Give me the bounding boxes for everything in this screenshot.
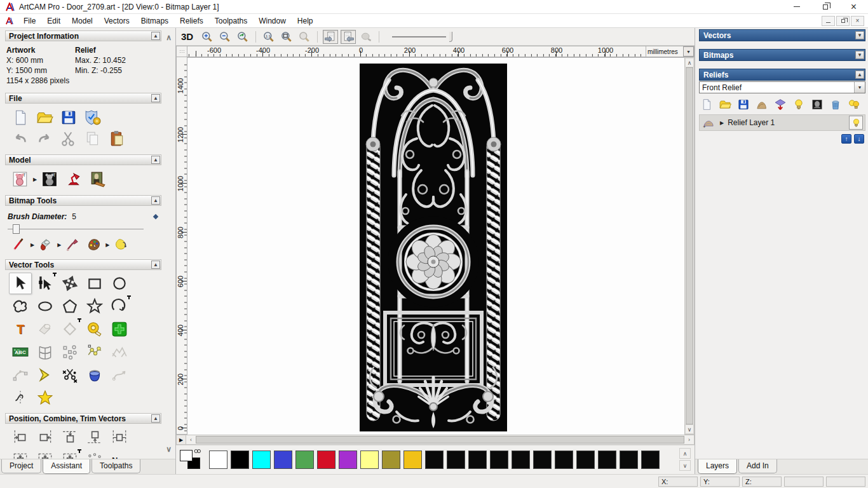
flyout-arrow-icon[interactable]: ▶ [31,242,34,248]
colour-swatch[interactable] [274,451,292,469]
tab-project[interactable]: Project [1,459,41,473]
tab-layers[interactable]: Layers [698,459,737,474]
paste-along-curve-tool[interactable] [58,341,81,363]
opacity-slider-handle[interactable] [449,32,452,42]
colour-swatch[interactable] [555,451,573,469]
create-star-tool[interactable] [83,295,106,317]
vertical-scrollbar[interactable]: ∧ ∨ [684,57,695,435]
primary-colour-swatch[interactable] [180,450,193,461]
brush-diameter-slider[interactable] [8,224,144,234]
vectors-header[interactable]: Vectors ▼ [699,29,865,41]
scroll-down-button[interactable]: ∨ [685,424,694,434]
move-layer-up-button[interactable]: ↑ [841,134,851,144]
block-copy-tool[interactable] [83,449,106,459]
colour-swatch[interactable] [425,451,444,469]
colour-palette-icon[interactable] [86,238,102,252]
lens-button[interactable] [358,30,374,44]
nudge-tool[interactable] [83,341,106,363]
collapse-button[interactable]: ▲ [151,414,160,423]
expand-button[interactable]: ▼ [855,31,864,39]
open-model-icon[interactable] [36,109,53,126]
copy-icon[interactable] [84,130,102,147]
save-model-icon[interactable] [60,109,78,126]
colour-swatch[interactable] [598,451,616,469]
greyscale-preview-icon[interactable] [811,98,824,111]
scroll-left-button[interactable]: ‹ [186,435,196,444]
align-left-tool[interactable] [9,426,32,448]
tab-add-in[interactable]: Add In [738,459,777,473]
toggle-3d-view-button[interactable]: 3D [181,31,193,42]
save-relief-icon[interactable] [737,98,750,111]
colour-swatch[interactable] [512,451,530,469]
zoom-fit-button[interactable] [279,30,294,44]
fit-spline-tool[interactable] [108,364,131,386]
previous-bitmap-layer-button[interactable] [323,30,338,44]
reliefs-header[interactable]: Reliefs ▲ [699,69,865,81]
trim-vectors-tool[interactable] [58,364,81,386]
next-bitmap-layer-button[interactable] [341,30,356,44]
open-relief-icon[interactable] [719,98,731,111]
menu-item[interactable]: Window [253,15,292,27]
cut-icon[interactable] [60,130,78,147]
transform-vectors-tool[interactable] [58,273,81,294]
2d-view-canvas[interactable]: .g1{fill:none;stroke:#d8d8d8;stroke-widt… [187,57,684,435]
collapse-button[interactable]: ▲ [855,71,864,79]
zoom-in-button[interactable] [200,30,215,44]
collapse-button[interactable]: ▲ [151,196,160,205]
ruler-origin-button[interactable] [176,46,187,57]
collapse-button[interactable]: ▲ [151,156,160,164]
colour-swatch[interactable] [382,451,400,469]
flyout-marker-icon[interactable] [153,214,158,219]
menu-item[interactable]: Bitmaps [135,15,174,27]
colour-swatch[interactable] [339,451,357,469]
zoom-1to1-button[interactable] [261,30,276,44]
colour-swatch[interactable] [447,451,465,469]
flyout-arrow-icon[interactable]: ▶ [33,177,37,182]
toggle-all-visibility-icon[interactable] [848,98,860,111]
link-colours-icon[interactable] [194,449,201,454]
undo-icon[interactable] [11,130,29,147]
centre-in-page-tool[interactable] [9,449,32,459]
select-vectors-tool[interactable] [9,273,32,294]
vector-doctor-tool[interactable] [108,318,131,340]
menu-item[interactable]: Help [292,15,319,27]
create-circle-tool[interactable] [108,273,131,294]
menu-item[interactable]: Reliefs [174,15,209,27]
bitmap-doctor-icon[interactable] [113,238,128,252]
colour-swatch[interactable] [252,451,271,469]
scroll-up-button[interactable]: ∧ [685,58,694,67]
centre-in-page-h-tool[interactable] [34,449,57,459]
relief-layer-row[interactable]: ▶ Relief Layer 1 [699,114,865,131]
mdi-restore-button[interactable] [836,16,850,26]
vector-pour-tool[interactable] [34,318,57,340]
layer-visibility-button[interactable] [849,116,863,130]
slider-thumb[interactable] [13,224,20,234]
tab-assistant[interactable]: Assistant [43,459,90,474]
mdi-minimize-button[interactable] [822,16,835,26]
zoom-previous-button[interactable] [235,30,250,44]
colour-swatch[interactable] [576,451,595,469]
colour-swatch[interactable] [295,451,314,469]
create-rectangle-tool[interactable] [83,273,106,294]
menu-item[interactable]: Vectors [98,15,135,27]
colour-swatch[interactable] [231,451,249,469]
units-dropdown-button[interactable]: ▼ [683,46,694,57]
panel-scroll-up-icon[interactable]: ∧ [166,33,172,42]
palette-scroll-up-button[interactable]: ∧ [679,448,691,459]
palette-scroll-down-button[interactable]: ∨ [679,460,691,471]
colour-indicator[interactable] [180,449,204,471]
create-ellipse-tool[interactable] [34,295,57,317]
scroll-right-button[interactable]: › [684,435,694,444]
colour-swatch[interactable] [620,451,638,469]
vertical-scroll-thumb[interactable] [686,67,693,424]
model-properties-icon[interactable] [84,109,102,126]
text-on-curve-tool[interactable] [34,341,57,363]
set-model-size-icon[interactable] [11,171,29,187]
flyout-arrow-icon[interactable]: ▶ [57,242,61,248]
centre-in-page-v-tool[interactable] [58,449,81,459]
horizontal-scroll-thumb[interactable] [196,436,684,444]
create-polyline-tool[interactable] [9,295,32,317]
bitmaps-header[interactable]: Bitmaps ▼ [699,49,865,61]
create-text-tool[interactable]: T [9,318,32,340]
colour-swatch[interactable] [468,451,487,469]
